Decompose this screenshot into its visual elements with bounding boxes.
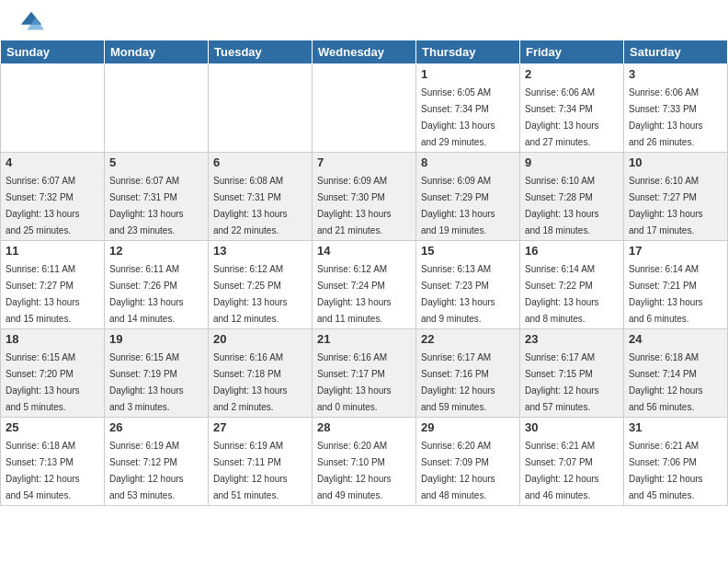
calendar-cell: 18Sunrise: 6:15 AM Sunset: 7:20 PM Dayli… (1, 329, 105, 418)
day-number: 18 (6, 332, 99, 346)
day-info: Sunrise: 6:15 AM Sunset: 7:19 PM Dayligh… (109, 352, 184, 412)
day-number: 13 (213, 244, 307, 258)
day-number: 27 (213, 420, 307, 434)
day-info: Sunrise: 6:06 AM Sunset: 7:34 PM Dayligh… (525, 87, 599, 147)
weekday-header-monday: Monday (105, 40, 209, 64)
day-number: 12 (109, 244, 203, 258)
day-info: Sunrise: 6:09 AM Sunset: 7:29 PM Dayligh… (421, 176, 495, 236)
day-number: 11 (6, 244, 99, 258)
day-info: Sunrise: 6:12 AM Sunset: 7:24 PM Dayligh… (317, 264, 392, 324)
calendar: SundayMondayTuesdayWednesdayThursdayFrid… (0, 40, 728, 506)
calendar-cell: 19Sunrise: 6:15 AM Sunset: 7:19 PM Dayli… (105, 329, 209, 418)
calendar-cell: 1Sunrise: 6:05 AM Sunset: 7:34 PM Daylig… (416, 64, 520, 153)
day-info: Sunrise: 6:15 AM Sunset: 7:20 PM Dayligh… (6, 352, 80, 412)
day-info: Sunrise: 6:06 AM Sunset: 7:33 PM Dayligh… (629, 87, 703, 147)
calendar-cell: 24Sunrise: 6:18 AM Sunset: 7:14 PM Dayli… (624, 329, 728, 418)
day-number: 4 (6, 155, 99, 169)
calendar-cell: 7Sunrise: 6:09 AM Sunset: 7:30 PM Daylig… (313, 153, 416, 241)
day-info: Sunrise: 6:20 AM Sunset: 7:09 PM Dayligh… (421, 441, 495, 500)
day-info: Sunrise: 6:07 AM Sunset: 7:31 PM Dayligh… (109, 176, 184, 236)
day-info: Sunrise: 6:14 AM Sunset: 7:21 PM Dayligh… (629, 264, 703, 324)
day-info: Sunrise: 6:17 AM Sunset: 7:15 PM Dayligh… (525, 352, 599, 412)
day-info: Sunrise: 6:10 AM Sunset: 7:28 PM Dayligh… (525, 176, 599, 236)
day-number: 17 (629, 244, 722, 258)
day-info: Sunrise: 6:08 AM Sunset: 7:31 PM Dayligh… (213, 176, 288, 236)
weekday-header-wednesday: Wednesday (313, 40, 416, 64)
day-info: Sunrise: 6:16 AM Sunset: 7:18 PM Dayligh… (213, 352, 288, 412)
day-number: 19 (109, 332, 203, 346)
weekday-header-saturday: Saturday (624, 40, 728, 64)
logo (18, 9, 48, 35)
calendar-cell: 29Sunrise: 6:20 AM Sunset: 7:09 PM Dayli… (416, 418, 520, 506)
day-info: Sunrise: 6:19 AM Sunset: 7:11 PM Dayligh… (213, 441, 288, 500)
logo-icon (18, 9, 44, 35)
day-info: Sunrise: 6:14 AM Sunset: 7:22 PM Dayligh… (525, 264, 599, 324)
day-info: Sunrise: 6:11 AM Sunset: 7:26 PM Dayligh… (109, 264, 184, 324)
day-info: Sunrise: 6:10 AM Sunset: 7:27 PM Dayligh… (629, 176, 703, 236)
day-number: 23 (525, 332, 619, 346)
day-info: Sunrise: 6:20 AM Sunset: 7:10 PM Dayligh… (317, 441, 392, 500)
day-info: Sunrise: 6:07 AM Sunset: 7:32 PM Dayligh… (6, 176, 80, 236)
day-number: 7 (317, 155, 411, 169)
day-info: Sunrise: 6:18 AM Sunset: 7:13 PM Dayligh… (6, 441, 80, 500)
calendar-cell: 12Sunrise: 6:11 AM Sunset: 7:26 PM Dayli… (105, 241, 209, 329)
day-info: Sunrise: 6:19 AM Sunset: 7:12 PM Dayligh… (109, 441, 184, 500)
calendar-cell: 6Sunrise: 6:08 AM Sunset: 7:31 PM Daylig… (209, 153, 313, 241)
calendar-cell: 26Sunrise: 6:19 AM Sunset: 7:12 PM Dayli… (105, 418, 209, 506)
calendar-cell: 8Sunrise: 6:09 AM Sunset: 7:29 PM Daylig… (416, 153, 520, 241)
day-number: 20 (213, 332, 307, 346)
day-info: Sunrise: 6:05 AM Sunset: 7:34 PM Dayligh… (421, 87, 495, 147)
calendar-cell: 28Sunrise: 6:20 AM Sunset: 7:10 PM Dayli… (313, 418, 416, 506)
calendar-cell: 3Sunrise: 6:06 AM Sunset: 7:33 PM Daylig… (624, 64, 728, 153)
day-number: 10 (629, 155, 722, 169)
day-number: 26 (109, 420, 203, 434)
calendar-cell (209, 64, 313, 153)
day-number: 30 (525, 420, 619, 434)
day-number: 8 (421, 155, 515, 169)
calendar-cell (1, 64, 105, 153)
day-info: Sunrise: 6:16 AM Sunset: 7:17 PM Dayligh… (317, 352, 392, 412)
calendar-cell: 13Sunrise: 6:12 AM Sunset: 7:25 PM Dayli… (209, 241, 313, 329)
day-number: 24 (629, 332, 722, 346)
calendar-cell: 17Sunrise: 6:14 AM Sunset: 7:21 PM Dayli… (624, 241, 728, 329)
calendar-cell: 27Sunrise: 6:19 AM Sunset: 7:11 PM Dayli… (209, 418, 313, 506)
day-info: Sunrise: 6:18 AM Sunset: 7:14 PM Dayligh… (629, 352, 703, 412)
day-number: 9 (525, 155, 619, 169)
calendar-cell: 5Sunrise: 6:07 AM Sunset: 7:31 PM Daylig… (105, 153, 209, 241)
day-number: 5 (109, 155, 203, 169)
calendar-cell: 31Sunrise: 6:21 AM Sunset: 7:06 PM Dayli… (624, 418, 728, 506)
calendar-cell: 21Sunrise: 6:16 AM Sunset: 7:17 PM Dayli… (313, 329, 416, 418)
day-number: 2 (525, 67, 619, 81)
calendar-cell: 16Sunrise: 6:14 AM Sunset: 7:22 PM Dayli… (520, 241, 624, 329)
calendar-cell (313, 64, 416, 153)
day-number: 1 (421, 67, 515, 81)
day-number: 3 (629, 67, 722, 81)
day-info: Sunrise: 6:13 AM Sunset: 7:23 PM Dayligh… (421, 264, 495, 324)
day-number: 22 (421, 332, 515, 346)
day-info: Sunrise: 6:17 AM Sunset: 7:16 PM Dayligh… (421, 352, 495, 412)
day-info: Sunrise: 6:09 AM Sunset: 7:30 PM Dayligh… (317, 176, 392, 236)
calendar-cell: 30Sunrise: 6:21 AM Sunset: 7:07 PM Dayli… (520, 418, 624, 506)
day-info: Sunrise: 6:21 AM Sunset: 7:06 PM Dayligh… (629, 441, 703, 500)
calendar-cell: 9Sunrise: 6:10 AM Sunset: 7:28 PM Daylig… (520, 153, 624, 241)
day-number: 6 (213, 155, 307, 169)
day-number: 15 (421, 244, 515, 258)
calendar-cell: 14Sunrise: 6:12 AM Sunset: 7:24 PM Dayli… (313, 241, 416, 329)
day-number: 28 (317, 420, 411, 434)
calendar-cell: 11Sunrise: 6:11 AM Sunset: 7:27 PM Dayli… (1, 241, 105, 329)
calendar-cell: 10Sunrise: 6:10 AM Sunset: 7:27 PM Dayli… (624, 153, 728, 241)
weekday-header-sunday: Sunday (1, 40, 105, 64)
day-number: 29 (421, 420, 515, 434)
calendar-cell: 15Sunrise: 6:13 AM Sunset: 7:23 PM Dayli… (416, 241, 520, 329)
day-number: 25 (6, 420, 99, 434)
day-number: 16 (525, 244, 619, 258)
day-number: 21 (317, 332, 411, 346)
calendar-cell: 4Sunrise: 6:07 AM Sunset: 7:32 PM Daylig… (1, 153, 105, 241)
weekday-header-friday: Friday (520, 40, 624, 64)
day-number: 31 (629, 420, 722, 434)
calendar-cell: 2Sunrise: 6:06 AM Sunset: 7:34 PM Daylig… (520, 64, 624, 153)
calendar-cell: 20Sunrise: 6:16 AM Sunset: 7:18 PM Dayli… (209, 329, 313, 418)
day-info: Sunrise: 6:21 AM Sunset: 7:07 PM Dayligh… (525, 441, 599, 500)
weekday-header-thursday: Thursday (416, 40, 520, 64)
calendar-cell (105, 64, 209, 153)
